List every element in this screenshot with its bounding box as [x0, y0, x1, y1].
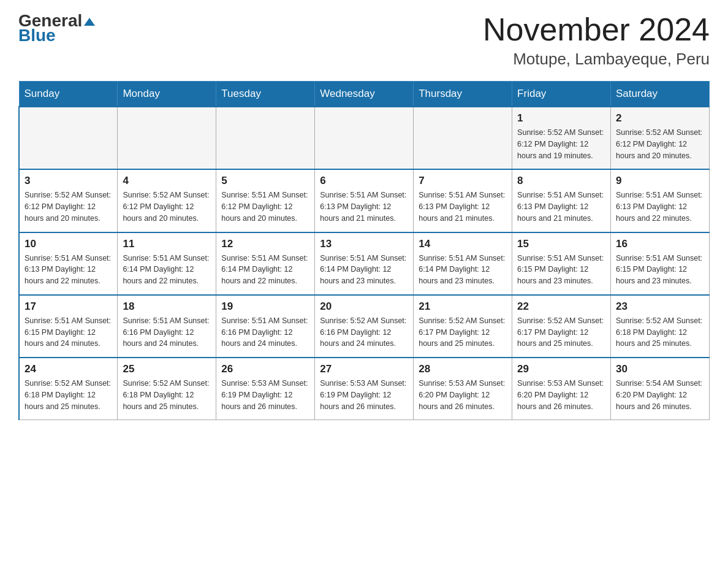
logo: General Blue	[18, 12, 95, 44]
calendar-table: SundayMondayTuesdayWednesdayThursdayFrid…	[18, 81, 710, 420]
calendar-day-cell: 7Sunrise: 5:51 AM Sunset: 6:13 PM Daylig…	[414, 169, 512, 232]
day-info: Sunrise: 5:51 AM Sunset: 6:13 PM Dayligh…	[419, 190, 507, 224]
calendar-day-cell: 6Sunrise: 5:51 AM Sunset: 6:13 PM Daylig…	[315, 169, 414, 232]
column-header-saturday: Saturday	[611, 82, 710, 107]
day-number: 29	[517, 363, 605, 375]
calendar-day-cell: 3Sunrise: 5:52 AM Sunset: 6:12 PM Daylig…	[19, 169, 118, 232]
day-number: 21	[419, 301, 507, 313]
calendar-day-cell: 18Sunrise: 5:51 AM Sunset: 6:16 PM Dayli…	[118, 295, 216, 358]
day-info: Sunrise: 5:52 AM Sunset: 6:18 PM Dayligh…	[123, 378, 211, 412]
calendar-day-cell: 24Sunrise: 5:52 AM Sunset: 6:18 PM Dayli…	[19, 358, 118, 420]
day-number: 9	[616, 175, 704, 187]
day-number: 18	[123, 301, 211, 313]
day-number: 24	[25, 363, 112, 375]
day-info: Sunrise: 5:51 AM Sunset: 6:12 PM Dayligh…	[221, 190, 309, 224]
calendar-week-row: 3Sunrise: 5:52 AM Sunset: 6:12 PM Daylig…	[19, 169, 710, 232]
column-header-monday: Monday	[118, 82, 216, 107]
day-number: 19	[221, 301, 309, 313]
day-number: 16	[616, 238, 704, 250]
day-number: 3	[25, 175, 112, 187]
day-number: 15	[517, 238, 605, 250]
logo-blue-text: Blue	[18, 27, 56, 44]
calendar-day-cell: 5Sunrise: 5:51 AM Sunset: 6:12 PM Daylig…	[216, 169, 315, 232]
calendar-day-cell	[118, 107, 216, 169]
calendar-day-cell: 21Sunrise: 5:52 AM Sunset: 6:17 PM Dayli…	[414, 295, 512, 358]
calendar-day-cell: 14Sunrise: 5:51 AM Sunset: 6:14 PM Dayli…	[414, 232, 512, 295]
calendar-day-cell: 26Sunrise: 5:53 AM Sunset: 6:19 PM Dayli…	[216, 358, 315, 420]
day-info: Sunrise: 5:51 AM Sunset: 6:14 PM Dayligh…	[320, 253, 408, 287]
day-info: Sunrise: 5:52 AM Sunset: 6:18 PM Dayligh…	[616, 315, 704, 350]
calendar-week-row: 17Sunrise: 5:51 AM Sunset: 6:15 PM Dayli…	[19, 295, 710, 358]
month-title: November 2024	[483, 12, 710, 47]
day-info: Sunrise: 5:52 AM Sunset: 6:12 PM Dayligh…	[517, 127, 605, 161]
calendar-day-cell: 29Sunrise: 5:53 AM Sunset: 6:20 PM Dayli…	[512, 358, 611, 420]
calendar-day-cell	[315, 107, 414, 169]
calendar-day-cell: 30Sunrise: 5:54 AM Sunset: 6:20 PM Dayli…	[611, 358, 710, 420]
calendar-day-cell: 8Sunrise: 5:51 AM Sunset: 6:13 PM Daylig…	[512, 169, 611, 232]
day-number: 1	[517, 112, 605, 124]
day-info: Sunrise: 5:51 AM Sunset: 6:14 PM Dayligh…	[123, 253, 211, 287]
day-info: Sunrise: 5:53 AM Sunset: 6:19 PM Dayligh…	[320, 378, 408, 412]
day-info: Sunrise: 5:52 AM Sunset: 6:17 PM Dayligh…	[517, 315, 605, 350]
day-number: 22	[517, 301, 605, 313]
calendar-day-cell: 15Sunrise: 5:51 AM Sunset: 6:15 PM Dayli…	[512, 232, 611, 295]
title-block: November 2024 Motupe, Lambayeque, Peru	[483, 12, 710, 69]
location-title: Motupe, Lambayeque, Peru	[483, 50, 710, 69]
calendar-week-row: 1Sunrise: 5:52 AM Sunset: 6:12 PM Daylig…	[19, 107, 710, 169]
day-number: 2	[616, 112, 704, 124]
day-info: Sunrise: 5:51 AM Sunset: 6:15 PM Dayligh…	[616, 253, 704, 287]
day-number: 30	[616, 363, 704, 375]
calendar-day-cell: 28Sunrise: 5:53 AM Sunset: 6:20 PM Dayli…	[414, 358, 512, 420]
calendar-day-cell: 13Sunrise: 5:51 AM Sunset: 6:14 PM Dayli…	[315, 232, 414, 295]
column-header-tuesday: Tuesday	[216, 82, 315, 107]
calendar-day-cell: 27Sunrise: 5:53 AM Sunset: 6:19 PM Dayli…	[315, 358, 414, 420]
day-info: Sunrise: 5:52 AM Sunset: 6:18 PM Dayligh…	[25, 378, 112, 412]
day-info: Sunrise: 5:52 AM Sunset: 6:12 PM Dayligh…	[25, 190, 112, 224]
day-number: 27	[320, 363, 408, 375]
day-info: Sunrise: 5:52 AM Sunset: 6:12 PM Dayligh…	[616, 127, 704, 161]
calendar-day-cell: 19Sunrise: 5:51 AM Sunset: 6:16 PM Dayli…	[216, 295, 315, 358]
day-number: 17	[25, 301, 112, 313]
calendar-day-cell	[19, 107, 118, 169]
calendar-day-cell: 10Sunrise: 5:51 AM Sunset: 6:13 PM Dayli…	[19, 232, 118, 295]
day-number: 20	[320, 301, 408, 313]
day-number: 10	[25, 238, 112, 250]
day-info: Sunrise: 5:52 AM Sunset: 6:16 PM Dayligh…	[320, 315, 408, 350]
calendar-day-cell: 17Sunrise: 5:51 AM Sunset: 6:15 PM Dayli…	[19, 295, 118, 358]
day-number: 23	[616, 301, 704, 313]
day-info: Sunrise: 5:51 AM Sunset: 6:14 PM Dayligh…	[419, 253, 507, 287]
day-number: 6	[320, 175, 408, 187]
column-header-thursday: Thursday	[414, 82, 512, 107]
day-info: Sunrise: 5:51 AM Sunset: 6:16 PM Dayligh…	[123, 315, 211, 350]
day-info: Sunrise: 5:52 AM Sunset: 6:12 PM Dayligh…	[123, 190, 211, 224]
calendar-day-cell: 4Sunrise: 5:52 AM Sunset: 6:12 PM Daylig…	[118, 169, 216, 232]
calendar-day-cell	[216, 107, 315, 169]
day-info: Sunrise: 5:53 AM Sunset: 6:20 PM Dayligh…	[419, 378, 507, 412]
calendar-day-cell: 16Sunrise: 5:51 AM Sunset: 6:15 PM Dayli…	[611, 232, 710, 295]
day-info: Sunrise: 5:51 AM Sunset: 6:16 PM Dayligh…	[221, 315, 309, 350]
day-info: Sunrise: 5:51 AM Sunset: 6:13 PM Dayligh…	[320, 190, 408, 224]
column-header-friday: Friday	[512, 82, 611, 107]
day-number: 26	[221, 363, 309, 375]
day-info: Sunrise: 5:51 AM Sunset: 6:15 PM Dayligh…	[25, 315, 112, 350]
day-number: 4	[123, 175, 211, 187]
calendar-header-row: SundayMondayTuesdayWednesdayThursdayFrid…	[19, 82, 710, 107]
day-number: 12	[221, 238, 309, 250]
calendar-day-cell: 2Sunrise: 5:52 AM Sunset: 6:12 PM Daylig…	[611, 107, 710, 169]
day-number: 14	[419, 238, 507, 250]
day-number: 7	[419, 175, 507, 187]
day-number: 13	[320, 238, 408, 250]
day-number: 11	[123, 238, 211, 250]
day-number: 8	[517, 175, 605, 187]
day-info: Sunrise: 5:51 AM Sunset: 6:13 PM Dayligh…	[25, 253, 112, 287]
calendar-week-row: 24Sunrise: 5:52 AM Sunset: 6:18 PM Dayli…	[19, 358, 710, 420]
day-number: 28	[419, 363, 507, 375]
calendar-day-cell: 11Sunrise: 5:51 AM Sunset: 6:14 PM Dayli…	[118, 232, 216, 295]
calendar-day-cell: 1Sunrise: 5:52 AM Sunset: 6:12 PM Daylig…	[512, 107, 611, 169]
calendar-day-cell: 20Sunrise: 5:52 AM Sunset: 6:16 PM Dayli…	[315, 295, 414, 358]
day-info: Sunrise: 5:51 AM Sunset: 6:13 PM Dayligh…	[616, 190, 704, 224]
calendar-day-cell: 25Sunrise: 5:52 AM Sunset: 6:18 PM Dayli…	[118, 358, 216, 420]
calendar-day-cell	[414, 107, 512, 169]
day-info: Sunrise: 5:53 AM Sunset: 6:20 PM Dayligh…	[517, 378, 605, 412]
calendar-day-cell: 12Sunrise: 5:51 AM Sunset: 6:14 PM Dayli…	[216, 232, 315, 295]
